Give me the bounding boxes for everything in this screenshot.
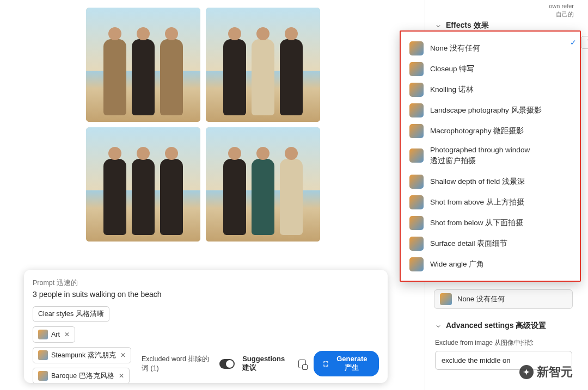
none-label: None 没有任何 — [457, 294, 505, 304]
clear-styles-button[interactable]: Clear styles 风格清晰 — [33, 306, 109, 322]
check-icon: ✓ — [570, 38, 577, 47]
prompt-text[interactable]: 3 people in suits walking on the beach — [33, 290, 379, 299]
wechat-icon: ✦ — [519, 365, 534, 379]
copy-icon[interactable] — [298, 360, 306, 368]
option-shot-from-above[interactable]: Shot from above 从上方拍摄 — [405, 192, 575, 213]
effect-thumb-icon — [409, 257, 424, 271]
sparkle-icon — [322, 360, 330, 368]
suggestions-toggle[interactable] — [219, 359, 235, 369]
result-image-4[interactable] — [206, 127, 320, 242]
chevron-down-icon — [435, 22, 442, 29]
watermark: ✦ 新智元 — [519, 364, 573, 380]
option-surface-detail[interactable]: Surface detail 表面细节 — [405, 233, 575, 254]
option-landscape-photography[interactable]: Landscape photography 风景摄影 — [405, 100, 575, 121]
advanced-settings-header[interactable]: Advanced settings 高级设置 — [425, 313, 581, 338]
option-label: Closeup 特写 — [430, 64, 474, 75]
tag-label: Art — [51, 331, 60, 338]
option-shot-from-below[interactable]: Shot from below 从下面拍摄 — [405, 213, 575, 233]
remove-tag-icon[interactable]: ✕ — [64, 331, 70, 338]
chevron-down-icon — [435, 323, 442, 329]
generate-button[interactable]: Generate 产生 — [314, 351, 379, 376]
option-label: Shot from below 从下面拍摄 — [430, 218, 523, 228]
option-label: Photographed through window透过窗户拍摄 — [430, 145, 530, 166]
effect-thumb-icon — [409, 62, 424, 76]
option-macrophotography[interactable]: Macrophotography 微距摄影 — [405, 121, 575, 141]
effect-thumb-icon — [409, 124, 424, 138]
option-shallow-depth-of-field[interactable]: Shallow depth of field 浅景深 — [405, 171, 575, 192]
effect-thumb-icon — [409, 41, 424, 55]
tag-thumb-icon — [38, 330, 48, 339]
option-knolling[interactable]: Knolling 诺林 — [405, 79, 575, 100]
own-refer-text: own refer 自己的 — [549, 2, 574, 19]
option-photographed-through-window[interactable]: Photographed through window透过窗户拍摄 — [405, 141, 575, 169]
effect-thumb-icon — [409, 148, 424, 163]
effect-thumb-icon — [409, 175, 424, 189]
tab-techniques[interactable]: Techn — [581, 36, 588, 49]
option-label: Macrophotography 微距摄影 — [430, 126, 524, 137]
effect-thumb-icon — [440, 293, 452, 305]
effects-title: Effects 效果 — [446, 21, 489, 30]
option-label: None 没有任何 — [430, 43, 480, 54]
excluded-word-label: Excluded word 排除的词 (1) — [33, 355, 212, 373]
effect-thumb-icon — [409, 237, 424, 251]
effect-thumb-icon — [409, 195, 424, 209]
option-wide-angle[interactable]: Wide angle 广角 — [405, 254, 575, 275]
selected-effect-none[interactable]: None 没有任何 — [434, 289, 573, 309]
generate-label: Generate 产生 — [334, 355, 370, 373]
option-label: Shot from above 从上方拍摄 — [430, 197, 524, 208]
prompt-label: Prompt 迅速的 — [33, 278, 379, 288]
result-image-3[interactable] — [86, 127, 200, 242]
style-tag-art[interactable]: Art ✕ — [33, 326, 75, 343]
option-label: Landscape photography 风景摄影 — [430, 105, 542, 116]
exclude-from-image-label: Exclude from image 从图像中排除 — [425, 338, 581, 348]
option-none[interactable]: None 没有任何 — [405, 38, 575, 59]
option-label: Knolling 诺林 — [430, 84, 474, 95]
advanced-title: Advanced settings 高级设置 — [446, 321, 546, 331]
effect-thumb-icon — [409, 83, 424, 97]
watermark-text: 新智元 — [537, 364, 573, 380]
effect-thumb-icon — [409, 103, 424, 117]
option-closeup[interactable]: Closeup 特写 — [405, 59, 575, 79]
option-label: Wide angle 广角 — [430, 259, 484, 270]
prompt-card: Prompt 迅速的 3 people in suits walking on … — [24, 270, 388, 383]
suggestions-label: Suggestions 建议 — [242, 355, 291, 373]
clear-styles-label: Clear styles 风格清晰 — [38, 309, 104, 319]
option-label: Shallow depth of field 浅景深 — [430, 176, 525, 187]
result-image-1[interactable] — [86, 8, 200, 122]
result-image-2[interactable] — [206, 8, 320, 122]
effect-thumb-icon — [409, 216, 424, 230]
effects-dropdown: ✓ None 没有任何 Closeup 特写 Knolling 诺林 Lands… — [400, 30, 581, 282]
option-label: Surface detail 表面细节 — [430, 238, 507, 249]
results-grid — [86, 8, 320, 242]
